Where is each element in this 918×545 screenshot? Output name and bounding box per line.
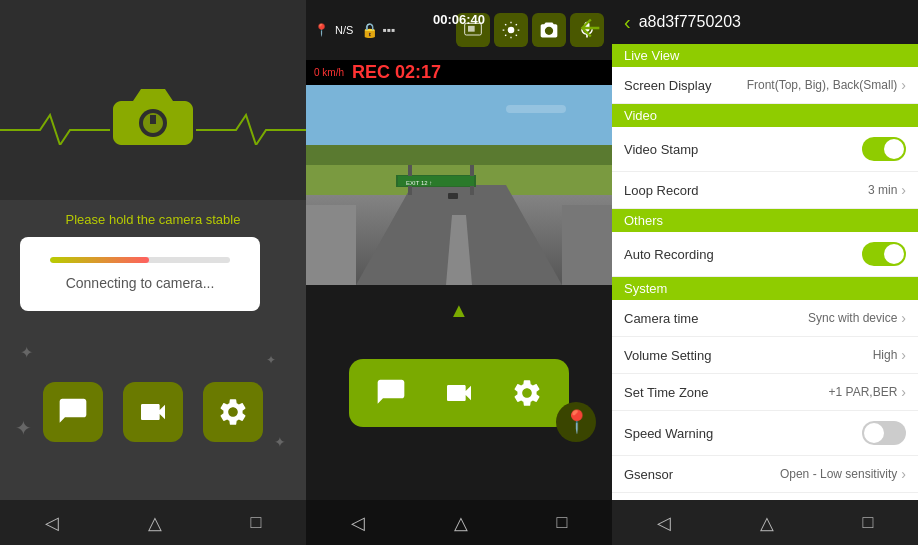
- video-icon-btn[interactable]: [123, 382, 183, 442]
- expand-arrow-icon[interactable]: ▲: [449, 299, 469, 322]
- svg-rect-15: [448, 193, 458, 199]
- gps-location-btn[interactable]: 📍: [556, 402, 596, 442]
- video-stamp-toggle[interactable]: [862, 137, 906, 161]
- setting-audio[interactable]: Audio Setting: [612, 493, 918, 500]
- panel-recording: 📍 N/S 🔒 ▪▪▪ 00:06:40: [306, 0, 612, 545]
- setting-video-stamp[interactable]: Video Stamp: [612, 127, 918, 172]
- panel-connecting: Please hold the camera stable Connecting…: [0, 0, 306, 545]
- panel1-bottom: ✦ ✦ ✦ ✦: [0, 323, 306, 500]
- setting-gsensor[interactable]: Gsensor Open - Low sensitivity ›: [612, 456, 918, 493]
- home-btn-p2[interactable]: △: [454, 512, 468, 534]
- header-icons-row: 📍 N/S 🔒 ▪▪▪: [314, 22, 395, 38]
- setting-volume[interactable]: Volume Setting High ›: [612, 337, 918, 374]
- svg-rect-13: [306, 205, 356, 285]
- chevron-right-icon-5: ›: [901, 384, 906, 400]
- rec-display: REC 02:17: [352, 62, 441, 83]
- panel3-navbar: ◁ △ □: [612, 500, 918, 545]
- setting-speed-warning[interactable]: Speed Warning: [612, 411, 918, 456]
- bottom-icons-row: [43, 382, 263, 442]
- panel1-top: [0, 0, 306, 200]
- chevron-right-icon: ›: [901, 77, 906, 93]
- back-btn-p1[interactable]: ◁: [45, 512, 59, 534]
- progress-fill: [50, 257, 149, 263]
- recent-btn-p3[interactable]: □: [863, 512, 874, 533]
- svg-text:EXIT 12  ↑: EXIT 12 ↑: [406, 180, 432, 186]
- back-btn-p3[interactable]: ◁: [657, 512, 671, 534]
- svg-rect-14: [562, 205, 612, 285]
- panel2-navbar: ◁ △ □: [306, 500, 612, 545]
- settings-list: Live View Screen Display Front(Top, Big)…: [612, 44, 918, 500]
- video-action-btn[interactable]: [437, 371, 481, 415]
- panel2-bottom-area: ▲ 📍: [306, 285, 612, 500]
- back-icon-btn[interactable]: [576, 14, 604, 46]
- heartbeat-line: [0, 110, 306, 145]
- camera-time-value: Sync with device ›: [808, 310, 906, 326]
- section-system: System: [612, 277, 918, 300]
- section-others: Others: [612, 209, 918, 232]
- signal-icon: ▪▪▪: [382, 23, 395, 37]
- camera-switch-btn[interactable]: [532, 13, 566, 47]
- loop-record-label: Loop Record: [624, 183, 698, 198]
- volume-value: High ›: [873, 347, 906, 363]
- panel-settings: ‹ a8d3f7750203 Live View Screen Display …: [612, 0, 918, 545]
- chevron-right-icon-6: ›: [901, 466, 906, 482]
- settings-icon-btn[interactable]: [203, 382, 263, 442]
- screen-display-value: Front(Top, Big), Back(Small) ›: [747, 77, 906, 93]
- loop-record-value: 3 min ›: [868, 182, 906, 198]
- camera-time-label: Camera time: [624, 311, 698, 326]
- panel3-header: ‹ a8d3f7750203: [612, 0, 918, 44]
- chevron-right-icon-4: ›: [901, 347, 906, 363]
- setting-timezone[interactable]: Set Time Zone +1 PAR,BER ›: [612, 374, 918, 411]
- timezone-label: Set Time Zone: [624, 385, 709, 400]
- svg-rect-16: [506, 105, 566, 113]
- connecting-text: Connecting to camera...: [50, 275, 230, 291]
- auto-recording-toggle[interactable]: [862, 242, 906, 266]
- panel2-header: 📍 N/S 🔒 ▪▪▪ 00:06:40: [306, 0, 612, 60]
- screen-display-label: Screen Display: [624, 78, 711, 93]
- sparkle-br: ✦: [274, 434, 286, 450]
- progress-bar: [50, 257, 230, 263]
- gsensor-label: Gsensor: [624, 467, 673, 482]
- setting-loop-record[interactable]: Loop Record 3 min ›: [612, 172, 918, 209]
- chevron-right-icon-3: ›: [901, 310, 906, 326]
- back-btn-p2[interactable]: ◁: [351, 512, 365, 534]
- volume-label: Volume Setting: [624, 348, 711, 363]
- location-label: N/S: [335, 24, 353, 36]
- setting-screen-display[interactable]: Screen Display Front(Top, Big), Back(Sma…: [612, 67, 918, 104]
- recent-btn-p2[interactable]: □: [557, 512, 568, 533]
- chevron-right-icon-2: ›: [901, 182, 906, 198]
- sparkle-tr: ✦: [266, 353, 276, 367]
- sparkle-tl: ✦: [20, 343, 33, 362]
- connecting-box: Connecting to camera...: [20, 237, 260, 311]
- section-live-view: Live View: [612, 44, 918, 67]
- home-btn-p1[interactable]: △: [148, 512, 162, 534]
- auto-recording-label: Auto Recording: [624, 247, 714, 262]
- device-id-label: a8d3f7750203: [639, 13, 741, 31]
- lock-icon: 🔒: [361, 22, 378, 38]
- gallery-action-btn[interactable]: [369, 371, 413, 415]
- timezone-value: +1 PAR,BER ›: [829, 384, 906, 400]
- hold-camera-label: Please hold the camera stable: [20, 212, 286, 227]
- setting-camera-time[interactable]: Camera time Sync with device ›: [612, 300, 918, 337]
- panel2-action-bar: [349, 359, 569, 427]
- gallery-icon-btn[interactable]: [43, 382, 103, 442]
- road-scene: EXIT 12 ↑: [306, 85, 612, 285]
- section-video: Video: [612, 104, 918, 127]
- video-stamp-label: Video Stamp: [624, 142, 698, 157]
- brightness-icon-btn[interactable]: [494, 13, 528, 47]
- location-pin-icon: 📍: [314, 23, 329, 37]
- clock-display: 00:06:40: [433, 12, 485, 27]
- gsensor-value: Open - Low sensitivity ›: [780, 466, 906, 482]
- home-btn-p3[interactable]: △: [760, 512, 774, 534]
- setting-auto-recording[interactable]: Auto Recording: [612, 232, 918, 277]
- back-arrow-icon[interactable]: ‹: [624, 11, 631, 34]
- recent-btn-p1[interactable]: □: [251, 512, 262, 533]
- highway-svg: EXIT 12 ↑: [306, 85, 612, 285]
- settings-action-btn[interactable]: [505, 371, 549, 415]
- speed-warning-toggle[interactable]: [862, 421, 906, 445]
- svg-point-4: [508, 27, 515, 34]
- sparkle-bl: ✦: [15, 416, 32, 440]
- speed-warning-label: Speed Warning: [624, 426, 713, 441]
- panel1-navbar: ◁ △ □: [0, 500, 306, 545]
- speed-display: 0 km/h: [314, 67, 344, 78]
